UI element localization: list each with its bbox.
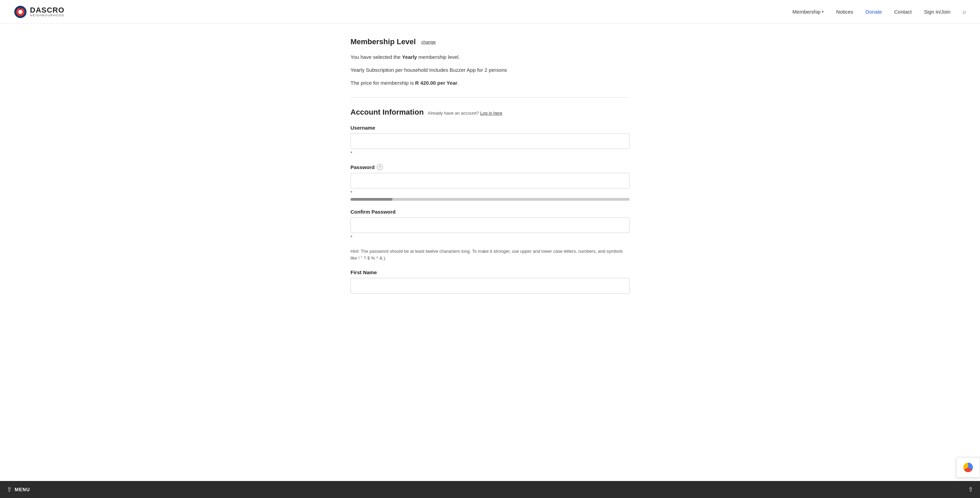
- membership-level-title: Membership Level change: [350, 37, 630, 46]
- password-required: *: [350, 190, 630, 195]
- password-hint-text: Hint: The password should be at least tw…: [350, 248, 630, 261]
- svg-point-2: [18, 10, 22, 14]
- nav-donate[interactable]: Donate: [865, 9, 882, 14]
- password-input[interactable]: [350, 173, 630, 188]
- membership-selected-text: You have selected the Yearly membership …: [350, 53, 630, 61]
- membership-chevron-icon: ▾: [822, 10, 824, 14]
- already-account-text: Already have an account? Log in here: [428, 111, 502, 116]
- logo-icon: [14, 5, 27, 19]
- membership-description: Yearly Subscription per household Includ…: [350, 66, 630, 74]
- nav-contact[interactable]: Contact: [894, 9, 912, 14]
- first-name-input[interactable]: [350, 278, 630, 294]
- nav-notices[interactable]: Notices: [836, 9, 853, 14]
- search-icon[interactable]: ⌕: [963, 8, 966, 15]
- site-header: DASCRO NEIGHBOURHOOD Membership ▾ Notice…: [0, 0, 980, 24]
- nav-membership[interactable]: Membership ▾: [792, 9, 824, 14]
- username-label: Username: [350, 125, 630, 130]
- password-help-icon[interactable]: ?: [377, 164, 383, 170]
- logo-sub-text: NEIGHBOURHOOD: [30, 14, 64, 17]
- main-nav: Membership ▾ Notices Donate Contact Sign…: [792, 8, 966, 15]
- nav-sign-in[interactable]: Sign in/Join: [924, 9, 950, 14]
- account-information-title: Account Information: [350, 108, 424, 117]
- first-name-label: First Name: [350, 269, 630, 275]
- confirm-password-required: *: [350, 234, 630, 240]
- confirm-password-input[interactable]: [350, 217, 630, 233]
- svg-rect-3: [20, 6, 21, 9]
- logo-link[interactable]: DASCRO NEIGHBOURHOOD: [14, 5, 64, 19]
- logo-main-text: DASCRO: [30, 6, 64, 14]
- username-required: *: [350, 150, 630, 156]
- membership-price: The price for membership is R 420.00 per…: [350, 79, 630, 87]
- log-in-link[interactable]: Log in here: [480, 111, 502, 116]
- username-input[interactable]: [350, 133, 630, 149]
- password-strength-bar: [350, 198, 630, 201]
- confirm-password-field-group: Confirm Password *: [350, 209, 630, 240]
- confirm-password-label: Confirm Password: [350, 209, 630, 215]
- password-field-group: Password ? *: [350, 164, 630, 201]
- section-divider: [350, 97, 630, 98]
- logo-text: DASCRO NEIGHBOURHOOD: [30, 6, 64, 17]
- account-section-header: Account Information Already have an acco…: [350, 108, 630, 117]
- change-level-link[interactable]: change: [421, 40, 436, 45]
- account-information-section: Account Information Already have an acco…: [350, 108, 630, 294]
- main-content: Membership Level change You have selecte…: [344, 24, 636, 329]
- first-name-field-group: First Name: [350, 269, 630, 294]
- membership-info: You have selected the Yearly membership …: [350, 53, 630, 87]
- membership-level-section: Membership Level change You have selecte…: [350, 37, 630, 87]
- username-field-group: Username *: [350, 125, 630, 156]
- password-label: Password ?: [350, 164, 630, 170]
